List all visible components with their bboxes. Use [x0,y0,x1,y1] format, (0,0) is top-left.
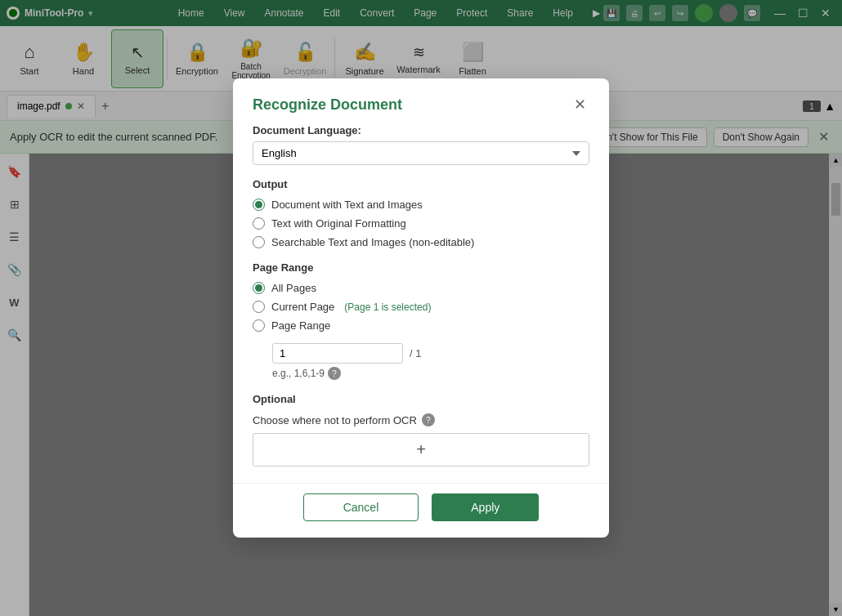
page-range-help-icon[interactable]: ? [328,367,341,380]
page-range-all-pages[interactable]: All Pages [253,282,589,294]
page-range-label-all: All Pages [271,282,316,294]
page-range-custom[interactable]: Page Range [253,319,589,332]
page-range-hint: e.g., 1,6,1-9 ? [272,367,589,380]
output-radio-doc-text-images[interactable] [253,199,265,211]
modal-body: Document Language: English Chinese Frenc… [233,124,609,483]
page-range-radio-all[interactable] [253,282,265,294]
output-radio-group: Document with Text and Images Text with … [253,199,589,248]
modal-overlay: Recognize Document ✕ Document Language: … [0,0,842,616]
optional-section: Optional Choose where not to perform OCR… [253,393,589,466]
cancel-button[interactable]: Cancel [303,493,419,521]
page-range-group: Page Range All Pages Current Page (Page … [253,261,589,380]
add-area-button[interactable]: + [253,433,589,466]
page-range-total: / 1 [410,347,421,359]
page-range-radio-group: All Pages Current Page (Page 1 is select… [253,282,589,332]
document-language-label: Document Language: [253,124,589,136]
page-range-input[interactable] [272,343,403,364]
document-language-select[interactable]: English Chinese French German [253,141,589,165]
document-language-group: Document Language: English Chinese Frenc… [253,124,589,165]
optional-choose-text: Choose where not to perform OCR [253,414,417,426]
output-section-title: Output [253,178,589,190]
output-radio-text-original[interactable] [253,217,265,230]
output-group: Output Document with Text and Images Tex… [253,178,589,248]
modal-title: Recognize Document [253,96,402,114]
modal-footer: Cancel Apply [233,483,609,538]
page-range-current-page[interactable]: Current Page (Page 1 is selected) [253,301,589,313]
output-label-searchable: Searchable Text and Images (non-editable… [271,236,474,248]
output-option-searchable[interactable]: Searchable Text and Images (non-editable… [253,236,589,248]
recognize-document-modal: Recognize Document ✕ Document Language: … [233,78,609,538]
page-range-label-current: Current Page [271,301,334,313]
output-label-doc-text-images: Document with Text and Images [271,199,423,211]
output-option-doc-text-images[interactable]: Document with Text and Images [253,199,589,211]
optional-choose-row: Choose where not to perform OCR ? [253,413,589,426]
output-option-text-original[interactable]: Text with Original Formatting [253,217,589,230]
output-radio-searchable[interactable] [253,236,265,248]
page-range-radio-current[interactable] [253,301,265,313]
page-range-input-row: / 1 [272,343,589,364]
current-page-hint: (Page 1 is selected) [344,301,431,313]
page-range-section-title: Page Range [253,261,589,274]
optional-help-icon[interactable]: ? [422,413,435,426]
output-label-text-original: Text with Original Formatting [271,217,406,230]
apply-button[interactable]: Apply [432,493,539,521]
modal-close-button[interactable]: ✕ [570,95,589,114]
page-range-label-custom: Page Range [271,319,330,332]
page-range-radio-custom[interactable] [253,319,265,332]
page-range-hint-text: e.g., 1,6,1-9 [272,368,325,379]
modal-header: Recognize Document ✕ [233,78,609,124]
optional-section-title: Optional [253,393,589,405]
